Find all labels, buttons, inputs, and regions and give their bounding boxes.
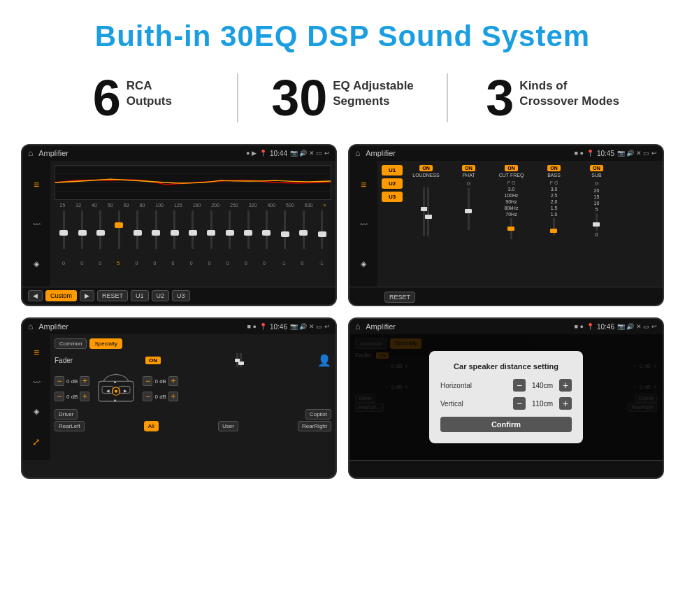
bass-val4: 1.5 — [551, 206, 558, 210]
preset-u2[interactable]: U2 — [382, 178, 403, 189]
eq-custom-button[interactable]: Custom — [45, 290, 77, 301]
channel-sub-toggle: ON — [590, 165, 603, 171]
fader-indicators: ■ ● — [247, 323, 257, 330]
dialog-horizontal-control: − 140cm + — [513, 379, 572, 392]
eq-controls-bar: ◀ Custom ▶ RESET U1 U2 U3 — [22, 287, 336, 304]
fader-toggle[interactable]: ON — [145, 357, 161, 364]
driver-button[interactable]: Driver — [55, 409, 78, 420]
dialog-horizontal-plus[interactable]: + — [559, 379, 572, 392]
rear-right-plus[interactable]: + — [168, 392, 178, 401]
rear-right-button[interactable]: RearRight — [298, 421, 331, 431]
bass-val1: 3.0 — [551, 187, 558, 192]
loudness-slider-2 — [427, 187, 429, 236]
distance-app-title: Amplifier — [366, 322, 571, 331]
rear-left-minus[interactable]: − — [55, 392, 64, 401]
dialog-horizontal-label: Horizontal — [440, 382, 513, 389]
freq-160: 160 — [193, 203, 201, 208]
fader-inline-thumb-2 — [238, 361, 244, 365]
eq-val-4: 0 — [135, 261, 138, 266]
preset-u3[interactable]: U3 — [382, 192, 403, 202]
tab-common[interactable]: Common — [55, 338, 87, 349]
svg-text:▼: ▼ — [113, 399, 117, 403]
crossover-screen-card: ⌂ Amplifier ■ ● 📍 10:45 📷 🔊 ✕ ▭ ↩ ≡ 〰 ◈ … — [348, 144, 664, 306]
rear-left-plus[interactable]: + — [80, 392, 89, 401]
crossover-reset-button[interactable]: RESET — [384, 292, 415, 303]
eq-slider-3 — [118, 210, 120, 259]
rear-left-button[interactable]: RearLeft — [55, 421, 85, 431]
fader-tabs: Common Specialty — [55, 338, 331, 349]
eq-indicators: ● ▶ — [246, 150, 257, 157]
freq-200: 200 — [211, 203, 219, 208]
eq-main: 25 32 40 50 63 80 100 125 160 200 250 32… — [50, 161, 336, 287]
freq-630: 630 — [305, 203, 313, 208]
slider-track-14 — [321, 210, 323, 249]
fader-status-icons: 📷 🔊 ✕ ▭ ↩ — [290, 323, 330, 330]
screens-grid: ⌂ Amplifier ● ▶ 📍 10:44 📷 🔊 ✕ ▭ ↩ ≡ 〰 ◈ — [0, 137, 685, 493]
distance-indicators: ■ ● — [575, 323, 584, 330]
crossover-sidebar-icon-1: ≡ — [361, 179, 366, 190]
dialog-vertical-minus[interactable]: − — [513, 397, 526, 410]
front-right-plus[interactable]: + — [168, 376, 178, 386]
user-button[interactable]: User — [218, 421, 238, 431]
stat-crossover: 3 Kinds ofCrossover Modes — [462, 73, 643, 123]
front-left-plus[interactable]: + — [80, 376, 89, 386]
eq-slider-10 — [247, 210, 250, 259]
sub-val2: 15 — [594, 194, 600, 199]
eq-prev-button[interactable]: ◀ — [28, 290, 43, 301]
eq-slider-11 — [266, 210, 268, 259]
right-speakers: − 0 dB + − 0 dB + — [143, 376, 178, 401]
front-left-minus[interactable]: − — [55, 376, 64, 386]
phat-thumb — [465, 209, 472, 213]
eq-u2-button[interactable]: U2 — [152, 290, 170, 301]
eq-u1-button[interactable]: U1 — [131, 290, 149, 301]
phat-g-label: G — [466, 180, 470, 187]
distance-home-icon: ⌂ — [355, 322, 360, 331]
rear-right-minus[interactable]: − — [143, 392, 152, 401]
crossover-location-icon: 📍 — [586, 150, 594, 157]
eq-u3-button[interactable]: U3 — [172, 290, 190, 301]
distance-screen-card: ⌂ Amplifier ■ ● 📍 10:46 📷 🔊 ✕ ▭ ↩ Common… — [348, 317, 664, 479]
dialog-vertical-plus[interactable]: + — [559, 397, 572, 410]
slider-track-3 — [118, 210, 120, 249]
car-svg: ▲ ▼ ◀ ▶ — [95, 371, 137, 406]
cutfreq-thumb — [507, 227, 514, 231]
bass-labels: F G — [550, 180, 558, 185]
person-icon: 👤 — [317, 354, 331, 367]
stat-eq-label: EQ AdjustableSegments — [333, 73, 414, 109]
sub-val3: 10 — [594, 201, 600, 206]
phat-slider — [468, 188, 470, 230]
fader-label-text: Fader — [55, 357, 73, 364]
eq-reset-button[interactable]: RESET — [97, 290, 128, 301]
dialog-horizontal-minus[interactable]: − — [513, 379, 526, 392]
channel-loudness: ON LOUDNESS — [407, 165, 445, 282]
tab-specialty[interactable]: Specialty — [89, 338, 122, 349]
crossover-main: U1 U2 U3 ON LOUDNESS — [377, 161, 663, 287]
left-speakers: − 0 dB + − 0 dB + — [55, 376, 89, 401]
bass-val3: 2.0 — [551, 199, 558, 204]
channel-sub-header: ON SUB — [590, 165, 603, 178]
eq-val-13: 0 — [301, 261, 303, 266]
confirm-button[interactable]: Confirm — [440, 417, 572, 432]
eq-screen-card: ⌂ Amplifier ● ▶ 📍 10:44 📷 🔊 ✕ ▭ ↩ ≡ 〰 ◈ — [21, 144, 337, 306]
slider-track-9 — [229, 210, 231, 249]
copilot-button[interactable]: Copilot — [305, 409, 331, 420]
crossover-presets: U1 U2 U3 — [382, 165, 403, 282]
front-right-minus[interactable]: − — [143, 376, 152, 386]
cutfreq-freq5: 70Hz — [505, 212, 517, 217]
eq-sidebar: ≡ 〰 ◈ — [22, 161, 50, 287]
eq-sidebar-icon-1: ≡ — [34, 179, 39, 190]
channel-sub: ON SUB G 20 15 10 5 0 — [577, 165, 616, 282]
sub-thumb — [593, 222, 600, 227]
cutfreq-freq2: 100Hz — [504, 193, 518, 198]
all-button[interactable]: All — [144, 421, 159, 431]
svg-point-7 — [115, 389, 117, 392]
fader-sidebar-icon-4: ⤢ — [32, 436, 41, 447]
distance-time: 10:46 — [597, 323, 614, 331]
car-diagram-area: − 0 dB + − 0 dB + — [55, 371, 331, 406]
freq-320: 320 — [249, 203, 257, 208]
cutfreq-controls: F G 3.0 100Hz 90Hz 80kHz 70Hz — [504, 180, 518, 239]
channel-bass-label: BASS — [547, 173, 561, 178]
distance-bg: Common Specialty Fader ON Driver Copilot… — [349, 334, 663, 460]
eq-play-button[interactable]: ▶ — [80, 290, 94, 301]
preset-u1[interactable]: U1 — [382, 165, 403, 176]
